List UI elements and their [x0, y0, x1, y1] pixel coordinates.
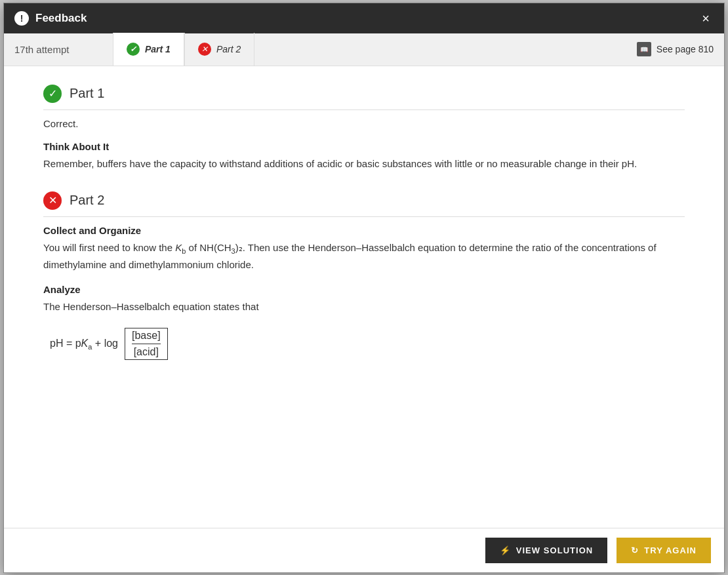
try-again-button[interactable]: TRY AGAIN [617, 538, 711, 563]
part2-section: ✕ Part 2 Collect and Organize You will f… [43, 191, 685, 361]
modal-header: ! Feedback × [4, 3, 724, 33]
view-solution-label: VIEW SOLUTION [516, 545, 594, 555]
part2-header: ✕ Part 2 [43, 191, 685, 217]
part2-collect-label: Collect and Organize [43, 225, 685, 236]
part2-analyze-label: Analyze [43, 284, 685, 295]
header-title: Feedback [35, 12, 87, 25]
tab-bar: 17th attempt ✓ Part 1 ✕ Part 2 📖 See pag… [4, 33, 724, 66]
formula-block: pH = pKa + log [base] [acid] [50, 328, 685, 360]
part2-title: Part 2 [70, 193, 104, 208]
refresh-icon [631, 545, 639, 555]
footer: VIEW SOLUTION TRY AGAIN [4, 528, 724, 572]
try-again-label: TRY AGAIN [644, 545, 697, 555]
part1-check-icon: ✓ [43, 85, 62, 103]
attempt-label: 17th attempt [14, 44, 100, 55]
tabs: ✓ Part 1 ✕ Part 2 [113, 33, 637, 66]
lightning-icon [500, 545, 511, 555]
part2-analyze-text: The Henderson–Hasselbalch equation state… [43, 299, 685, 315]
book-icon: 📖 [637, 42, 651, 56]
close-button[interactable]: × [698, 10, 714, 26]
part1-section: ✓ Part 1 Correct. Think About It Remembe… [43, 85, 685, 172]
formula-left: pH = pKa + log [50, 338, 118, 351]
part1-correct-text: Correct. [43, 118, 685, 129]
part1-header: ✓ Part 1 [43, 85, 685, 110]
part2-collect-text: You will first need to know the Kb of NH… [43, 240, 685, 273]
tab2-label: Part 2 [216, 44, 241, 54]
tab-part2[interactable]: ✕ Part 2 [184, 33, 254, 66]
tab1-label: Part 1 [145, 44, 171, 54]
fraction-numerator: [base] [132, 330, 161, 344]
modal: ! Feedback × 17th attempt ✓ Part 1 ✕ Par… [3, 3, 725, 573]
see-page[interactable]: 📖 See page 810 [637, 42, 714, 56]
part1-think-text: Remember, buffers have the capacity to w… [43, 156, 685, 172]
tab1-check-icon: ✓ [127, 43, 140, 56]
warning-icon: ! [14, 11, 29, 26]
formula-fraction: [base] [acid] [125, 328, 168, 360]
tab2-x-icon: ✕ [198, 43, 211, 56]
part2-x-icon: ✕ [43, 191, 62, 210]
tab-part1[interactable]: ✓ Part 1 [113, 33, 184, 66]
fraction-denominator: [acid] [132, 346, 161, 358]
content-area: ✓ Part 1 Correct. Think About It Remembe… [4, 66, 724, 528]
see-page-label: See page 810 [657, 44, 714, 54]
header-left: ! Feedback [14, 11, 87, 26]
part1-think-label: Think About It [43, 141, 685, 152]
view-solution-button[interactable]: VIEW SOLUTION [485, 538, 608, 563]
part1-title: Part 1 [70, 86, 104, 101]
